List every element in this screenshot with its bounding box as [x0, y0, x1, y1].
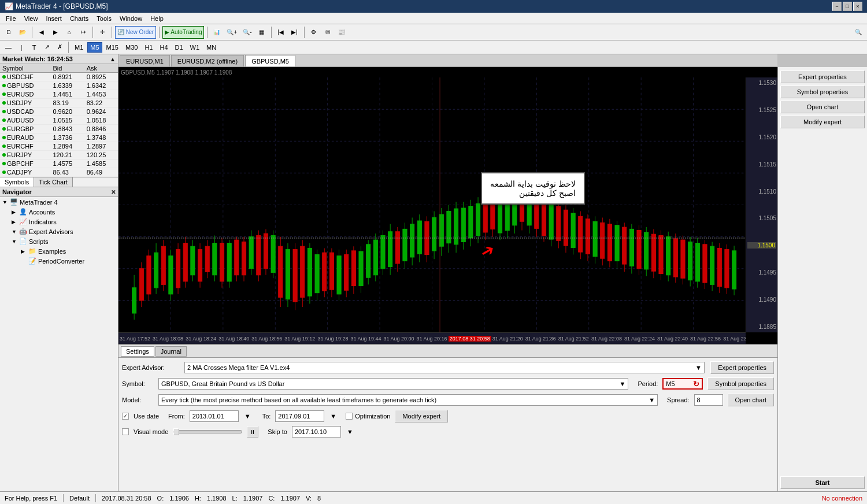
menu-charts[interactable]: Charts	[66, 14, 92, 23]
symbol-properties-btn[interactable]: Symbol properties	[707, 377, 774, 390]
new-order-btn[interactable]: 🔄 New Order	[115, 26, 156, 39]
visual-mode-label: Visual mode	[134, 428, 168, 435]
symbol-properties-right-btn[interactable]: Symbol properties	[780, 86, 865, 98]
home-btn[interactable]: ⌂	[63, 26, 76, 39]
mw-row[interactable]: EURAUD 1.3736 1.3748	[0, 134, 118, 142]
optimization-checkbox[interactable]	[346, 413, 353, 420]
mw-row[interactable]: GBPCHF 1.4575 1.4585	[0, 160, 118, 168]
mw-row[interactable]: EURGBP 0.8843 0.8846	[0, 125, 118, 134]
start-btn[interactable]: Start	[780, 476, 865, 489]
scroll-right-btn[interactable]: ▶|	[288, 26, 301, 39]
mw-row[interactable]: CADJPY 86.43 86.49	[0, 168, 118, 177]
mw-row[interactable]: EURJPY 120.21 120.25	[0, 151, 118, 160]
to-date-dropdown[interactable]: ▼	[330, 413, 336, 420]
skipto-input[interactable]	[292, 426, 341, 438]
settings-btn[interactable]: ⚙	[307, 26, 320, 39]
arrow-tool[interactable]: ↗	[41, 42, 53, 53]
chart-type-btn[interactable]: ▦	[255, 26, 268, 39]
open-chart-btn[interactable]: Open chart	[728, 394, 774, 406]
pause-btn[interactable]: ⏸	[247, 426, 258, 438]
mw-row[interactable]: AUDUSD 1.0515 1.0518	[0, 116, 118, 125]
period-dropdown[interactable]: M5 ↻	[662, 378, 703, 390]
back-btn[interactable]: ◀	[35, 26, 48, 39]
del-tool[interactable]: ✗	[54, 42, 65, 53]
tester-tab-settings[interactable]: Settings	[121, 346, 154, 357]
model-dropdown[interactable]: Every tick (the most precise method base…	[158, 394, 658, 406]
menu-window[interactable]: Window	[116, 14, 146, 23]
line-tool[interactable]: —	[2, 42, 14, 53]
chart-tab-eurusd-m2[interactable]: EURUSD,M2 (offline)	[171, 55, 244, 66]
menu-help[interactable]: Help	[147, 14, 167, 23]
tf-h4[interactable]: H4	[157, 42, 171, 53]
to-date-input[interactable]	[275, 410, 324, 422]
tf-m1[interactable]: M1	[72, 42, 86, 53]
indicators-btn[interactable]: 📊	[210, 26, 223, 39]
mail-btn[interactable]: ✉	[321, 26, 334, 39]
tf-mn[interactable]: MN	[203, 42, 219, 53]
chart-tab-eurusd-m1[interactable]: EURUSD,M1	[120, 55, 170, 66]
menu-file[interactable]: File	[2, 14, 20, 23]
visualmode-checkbox[interactable]	[122, 428, 129, 435]
symbol-dropdown-arrow: ▼	[620, 380, 626, 387]
tf-m5[interactable]: M5	[87, 42, 102, 53]
spread-input[interactable]	[694, 394, 723, 406]
modify-expert-btn[interactable]: Modify expert	[395, 410, 448, 423]
autotrading-btn[interactable]: ▶ AutoTrading	[162, 26, 204, 39]
text-tool[interactable]: T	[28, 42, 40, 53]
scroll-left-btn[interactable]: |◀	[275, 26, 287, 39]
close-button[interactable]: ×	[853, 2, 862, 11]
modify-expert-right-btn[interactable]: Modify expert	[780, 116, 865, 128]
from-date-input[interactable]	[190, 410, 239, 422]
mw-row[interactable]: USDCAD 0.9620 0.9624	[0, 108, 118, 116]
nav-scripts[interactable]: ▼ 📄 Scripts	[0, 236, 118, 246]
tf-w1[interactable]: W1	[187, 42, 203, 53]
news-btn[interactable]: 📰	[335, 26, 348, 39]
tester-tab-journal[interactable]: Journal	[155, 346, 187, 357]
mw-row[interactable]: USDJPY 83.19 83.22	[0, 99, 118, 108]
ea-dropdown[interactable]: 2 MA Crosses Mega filter EA V1.ex4 ▼	[184, 362, 705, 373]
crosshair-btn[interactable]: ✛	[96, 26, 109, 39]
end-btn[interactable]: ↦	[77, 26, 90, 39]
usedate-checkbox[interactable]	[122, 413, 129, 420]
tf-h1[interactable]: H1	[142, 42, 155, 53]
chart-tab-gbpusd-m5[interactable]: GBPUSD,M5	[245, 55, 295, 66]
tf-m30[interactable]: M30	[123, 42, 140, 53]
skipto-dropdown[interactable]: ▼	[347, 428, 353, 435]
open-chart-right-btn[interactable]: Open chart	[780, 101, 865, 113]
search-btn[interactable]: 🔍	[852, 26, 865, 39]
to-label: To:	[262, 413, 271, 420]
new-btn[interactable]: 🗋	[2, 26, 15, 39]
speed-slider[interactable]	[173, 430, 242, 433]
expert-properties-btn[interactable]: Expert properties	[710, 361, 774, 374]
open-btn[interactable]: 📂	[16, 26, 29, 39]
fwd-btn[interactable]: ▶	[49, 26, 62, 39]
mw-row[interactable]: GBPUSD 1.6339 1.6342	[0, 81, 118, 90]
restore-button[interactable]: □	[843, 2, 852, 11]
hline-tool[interactable]: |	[16, 42, 27, 53]
menu-tools[interactable]: Tools	[93, 14, 115, 23]
mw-row[interactable]: USDCHF 0.8921 0.8925	[0, 73, 118, 81]
symbol-dropdown[interactable]: GBPUSD, Great Britain Pound vs US Dollar…	[158, 378, 628, 390]
nav-accounts[interactable]: ▶ 👤 Accounts	[0, 207, 118, 217]
minimize-button[interactable]: −	[832, 2, 842, 11]
mw-tab-symbols[interactable]: Symbols	[0, 177, 34, 187]
zoom-in-btn[interactable]: 🔍+	[224, 26, 239, 39]
nav-root[interactable]: ▼ 🖥️ MetaTrader 4	[0, 197, 118, 207]
nav-indicators[interactable]: ▶ 📈 Indicators	[0, 217, 118, 227]
date-dropdown-arrow[interactable]: ▼	[244, 413, 251, 420]
zoom-out-btn[interactable]: 🔍-	[240, 26, 254, 39]
nav-period-converter[interactable]: 📝 PeriodConverter	[0, 256, 118, 266]
mw-row[interactable]: EURCHF 1.2894 1.2897	[0, 142, 118, 151]
svg-rect-112	[469, 206, 473, 238]
tf-d1[interactable]: D1	[172, 42, 186, 53]
window-controls[interactable]: − □ ×	[832, 2, 862, 11]
mw-tab-tickchart[interactable]: Tick Chart	[34, 177, 73, 187]
mw-row[interactable]: EURUSD 1.4451 1.4453	[0, 90, 118, 99]
expert-properties-right-btn[interactable]: Expert properties	[780, 71, 865, 83]
slider-thumb[interactable]	[173, 428, 179, 435]
tf-m15[interactable]: M15	[103, 42, 121, 53]
nav-expert-advisors[interactable]: ▼ 🤖 Expert Advisors	[0, 227, 118, 236]
nav-examples[interactable]: ▶ 📁 Examples	[0, 246, 118, 256]
menu-view[interactable]: View	[21, 14, 42, 23]
menu-insert[interactable]: Insert	[42, 14, 65, 23]
